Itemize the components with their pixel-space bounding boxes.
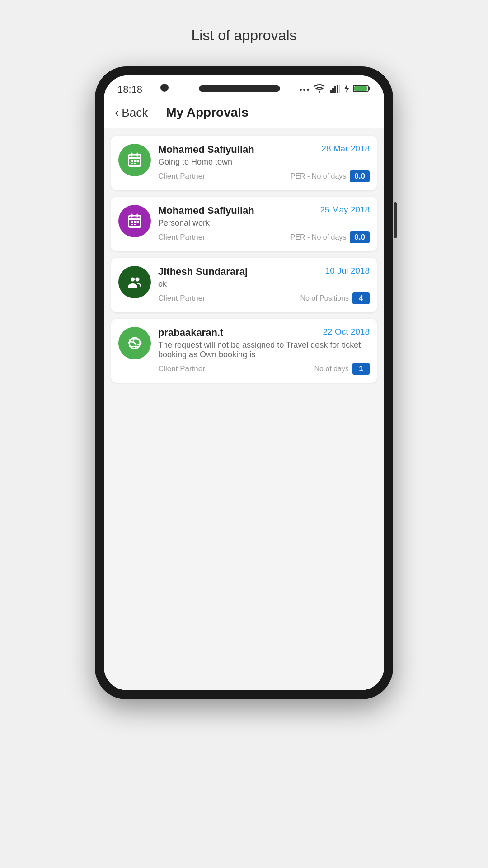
card-content-4: prabaakaran.t 22 Oct 2018 The request wi…	[158, 327, 370, 375]
card-badge-1: 0.0	[350, 170, 370, 182]
approval-card-4[interactable]: prabaakaran.t 22 Oct 2018 The request wi…	[111, 319, 377, 383]
header-title: My Approvals	[166, 105, 249, 120]
avatar-2	[118, 205, 151, 237]
card-desc-1: Going to Home town	[158, 157, 370, 167]
card-bottom-row-4: Client Partner No of days 1	[158, 363, 370, 375]
card-top-row-3: Jithesh Sundararaj 10 Jul 2018	[158, 266, 370, 278]
phone-screen: 18:18	[104, 75, 384, 690]
card-meta-3: No of Positions 4	[300, 292, 370, 304]
svg-rect-23	[131, 221, 134, 223]
svg-rect-17	[131, 163, 134, 164]
card-name-1: Mohamed Safiyullah	[158, 144, 254, 156]
svg-rect-25	[137, 221, 139, 223]
svg-rect-16	[137, 160, 139, 162]
card-meta-label-1: PER - No of days	[291, 172, 347, 180]
avatar-3	[118, 266, 151, 298]
approval-card-1[interactable]: Mohamed Safiyullah 28 Mar 2018 Going to …	[111, 136, 377, 190]
card-meta-label-3: No of Positions	[300, 294, 349, 302]
avatar-1	[118, 144, 151, 176]
card-top-row-4: prabaakaran.t 22 Oct 2018	[158, 327, 370, 339]
card-date-2: 25 May 2018	[320, 205, 370, 215]
svg-rect-14	[131, 160, 134, 162]
back-label: Back	[122, 106, 148, 120]
card-desc-3: ok	[158, 279, 370, 289]
svg-rect-26	[131, 224, 134, 225]
svg-rect-2	[332, 88, 334, 93]
phone-camera	[160, 84, 169, 92]
card-bottom-row-2: Client Partner PER - No of days 0.0	[158, 231, 370, 243]
svg-rect-15	[134, 160, 136, 162]
svg-rect-3	[334, 86, 336, 93]
svg-rect-8	[368, 87, 370, 90]
back-button[interactable]: ‹ Back	[115, 106, 148, 120]
card-role-4: Client Partner	[158, 364, 205, 373]
card-meta-1: PER - No of days 0.0	[291, 170, 370, 182]
svg-point-29	[136, 278, 140, 282]
card-badge-4: 1	[352, 363, 370, 375]
card-meta-label-4: No of days	[314, 365, 349, 373]
status-icons	[300, 84, 371, 95]
card-badge-3: 4	[352, 292, 370, 304]
svg-rect-24	[134, 221, 136, 223]
status-time: 18:18	[117, 84, 142, 95]
card-role-3: Client Partner	[158, 294, 205, 303]
back-chevron-icon: ‹	[115, 106, 119, 119]
card-date-3: 10 Jul 2018	[325, 266, 370, 276]
battery-icon	[353, 85, 371, 94]
svg-rect-4	[337, 85, 338, 93]
wifi-icon	[314, 84, 325, 95]
card-top-row-1: Mohamed Safiyullah 28 Mar 2018	[158, 144, 370, 156]
approval-card-3[interactable]: Jithesh Sundararaj 10 Jul 2018 ok Client…	[111, 258, 377, 312]
card-name-4: prabaakaran.t	[158, 327, 223, 339]
card-date-4: 22 Oct 2018	[323, 327, 370, 337]
card-content-2: Mohamed Safiyullah 25 May 2018 Personal …	[158, 205, 370, 243]
svg-rect-1	[330, 90, 332, 93]
dots-icon	[300, 89, 309, 91]
card-badge-2: 0.0	[350, 231, 370, 243]
svg-marker-6	[344, 85, 349, 93]
card-name-3: Jithesh Sundararaj	[158, 266, 248, 278]
card-bottom-row-3: Client Partner No of Positions 4	[158, 292, 370, 304]
card-name-2: Mohamed Safiyullah	[158, 205, 254, 217]
page-title: List of approvals	[191, 27, 296, 44]
card-top-row-2: Mohamed Safiyullah 25 May 2018	[158, 205, 370, 217]
card-bottom-row-1: Client Partner PER - No of days 0.0	[158, 170, 370, 182]
card-content-3: Jithesh Sundararaj 10 Jul 2018 ok Client…	[158, 266, 370, 304]
card-desc-4: The request will not be assigned to Trav…	[158, 340, 370, 359]
card-meta-2: PER - No of days 0.0	[291, 231, 370, 243]
phone-speaker	[199, 85, 280, 92]
svg-rect-27	[134, 224, 136, 225]
card-role-2: Client Partner	[158, 233, 205, 242]
avatar-4	[118, 327, 151, 359]
card-meta-label-2: PER - No of days	[291, 233, 347, 241]
svg-point-28	[131, 278, 135, 282]
card-desc-2: Personal work	[158, 218, 370, 228]
svg-rect-5	[339, 85, 340, 93]
card-date-1: 28 Mar 2018	[321, 144, 370, 154]
approvals-list: Mohamed Safiyullah 28 Mar 2018 Going to …	[104, 128, 384, 690]
app-header: ‹ Back My Approvals	[104, 100, 384, 128]
svg-point-0	[319, 91, 320, 93]
charging-icon	[344, 85, 349, 94]
card-content-1: Mohamed Safiyullah 28 Mar 2018 Going to …	[158, 144, 370, 182]
svg-rect-9	[354, 86, 367, 91]
phone-device: 18:18	[95, 66, 393, 699]
card-meta-4: No of days 1	[314, 363, 370, 375]
phone-side-button	[394, 202, 397, 238]
page-wrapper: List of approvals 18:18	[0, 0, 488, 868]
signal-icon	[330, 85, 340, 94]
card-role-1: Client Partner	[158, 172, 205, 181]
svg-rect-18	[134, 163, 136, 164]
approval-card-2[interactable]: Mohamed Safiyullah 25 May 2018 Personal …	[111, 197, 377, 251]
